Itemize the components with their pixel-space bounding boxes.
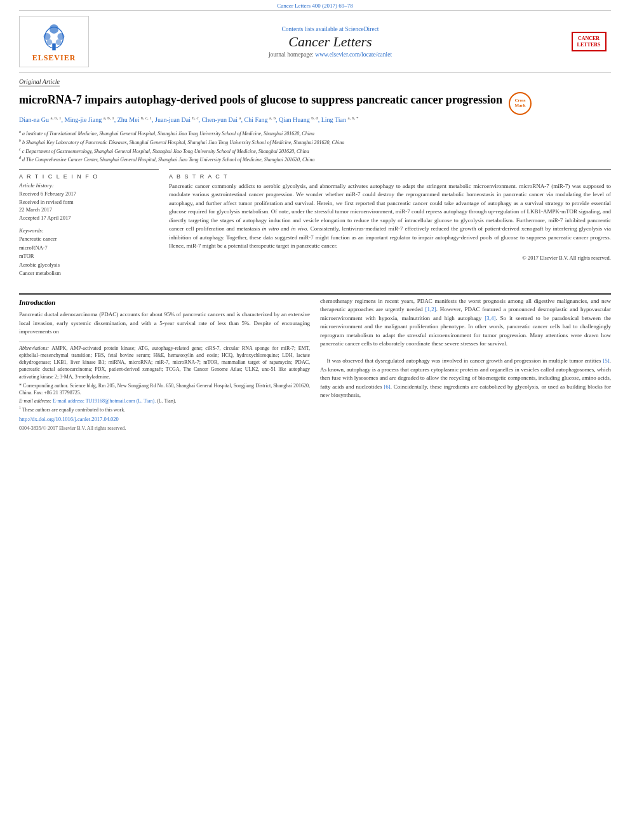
sciencedirect-link-text[interactable]: ScienceDirect	[345, 26, 379, 32]
crossmark-badge: CrossMark	[509, 92, 532, 115]
sciencedirect-link[interactable]: Contents lists available at ScienceDirec…	[94, 26, 566, 32]
email-address[interactable]: E-mail address: E-mail address: TlJ19168…	[19, 397, 310, 404]
article-body: Original Article microRNA-7 impairs auto…	[19, 73, 611, 288]
svg-point-6	[56, 39, 62, 45]
footnotes: Abbreviations: AMPK, AMP-activated prote…	[19, 342, 310, 432]
affil-d: d d The Comprehensive Cancer Center, Sha…	[19, 155, 611, 164]
crossmark-circle: CrossMark	[509, 92, 532, 115]
intro-right-text-2: It was observed that dysregulated autoph…	[320, 357, 611, 400]
section-divider	[19, 293, 611, 295]
intro-heading: Introduction	[19, 297, 310, 308]
issn-notice: 0304-3835/© 2017 Elsevier B.V. All right…	[19, 425, 310, 432]
ref-5: [5]	[603, 357, 610, 364]
info-abstract-section: A R T I C L E I N F O Article history: R…	[19, 169, 611, 283]
affiliations: a a Institute of Translational Medicine,…	[19, 129, 611, 164]
cl-logo-line1: CANCER	[575, 36, 603, 42]
accepted-date: Accepted 17 April 2017	[19, 214, 159, 222]
keyword-1: Pancreatic cancer	[19, 235, 159, 244]
ref-6: [6]	[384, 383, 391, 390]
elsevier-tree-icon	[35, 20, 73, 52]
intro-left-col: Introduction Pancreatic ductal adenocarc…	[19, 297, 310, 432]
keyword-2: microRNA-7	[19, 244, 159, 253]
svg-point-3	[44, 33, 51, 40]
article-title: microRNA-7 impairs autophagy-derived poo…	[19, 93, 502, 107]
received-date: Received 6 February 2017	[19, 190, 159, 198]
cl-logo-box: CANCER LETTERS	[572, 32, 607, 51]
journal-center: Contents lists available at ScienceDirec…	[94, 26, 566, 58]
cancer-letters-logo: CANCER LETTERS	[566, 32, 611, 51]
svg-point-5	[46, 39, 52, 45]
elsevier-label: ELSEVIER	[32, 53, 76, 63]
intro-right-col: chemotherapy regimens in recent years, P…	[320, 297, 611, 432]
doi-link[interactable]: http://dx.doi.org/10.1016/j.canlet.2017.…	[19, 416, 310, 423]
ref-3-4: [3,4]	[485, 315, 495, 321]
elsevier-logo: ELSEVIER	[19, 16, 89, 67]
article-info-col: A R T I C L E I N F O Article history: R…	[19, 169, 159, 283]
cl-logo-line2: LETTERS	[575, 42, 603, 48]
keyword-5: Cancer metabolism	[19, 269, 159, 278]
keyword-4: Aerobic glycolysis	[19, 261, 159, 270]
journal-title: Cancer Letters	[94, 34, 566, 50]
affil-a: a a Institute of Translational Medicine,…	[19, 129, 611, 138]
homepage-link[interactable]: www.elsevier.com/locate/canlet	[315, 51, 392, 58]
intro-right-text: chemotherapy regimens in recent years, P…	[320, 297, 611, 349]
article-info-heading: A R T I C L E I N F O	[19, 173, 159, 180]
abstract-col: A B S T R A C T Pancreatic cancer common…	[169, 169, 611, 283]
revised-date: 22 March 2017	[19, 206, 159, 214]
ref-1-2: [1,2]	[426, 306, 436, 312]
abstract-heading: A B S T R A C T	[169, 173, 611, 180]
authors-line: Dian-na Gu a, b, 1, Ming-jie Jiang a, b,…	[19, 115, 611, 125]
corresponding-author: * Corresponding author. Science bldg, Rm…	[19, 382, 310, 396]
journal-homepage: journal homepage: www.elsevier.com/locat…	[94, 51, 566, 58]
article-history-block: Article history: Received 6 February 201…	[19, 182, 159, 222]
keywords-list: Pancreatic cancer microRNA-7 mTOR Aerobi…	[19, 235, 159, 278]
svg-rect-0	[52, 43, 55, 50]
abbreviations-text: Abbreviations: AMPK, AMP-activated prote…	[19, 345, 310, 380]
authors-text: Dian-na Gu a, b, 1, Ming-jie Jiang a, b,…	[19, 116, 359, 123]
copyright: © 2017 Elsevier B.V. All rights reserved…	[169, 255, 611, 261]
intro-left-text: Pancreatic ductal adenocarcinoma (PDAC) …	[19, 310, 310, 337]
introduction-section: Introduction Pancreatic ductal adenocarc…	[19, 297, 611, 432]
sciencedirect-label: Contents lists available at	[281, 26, 343, 32]
keywords-label: Keywords:	[19, 227, 159, 234]
keywords-block: Keywords: Pancreatic cancer microRNA-7 m…	[19, 227, 159, 278]
svg-point-2	[50, 24, 59, 34]
crossmark-icon: CrossMark	[514, 98, 525, 108]
equal-contrib-note: 1 These authors are equally contributed …	[19, 406, 310, 413]
svg-point-4	[57, 33, 64, 40]
homepage-label: journal homepage:	[269, 51, 314, 58]
affil-b: b b Shanghai Key Laboratory of Pancreati…	[19, 138, 611, 147]
received-revised-label: Received in revised form	[19, 198, 159, 206]
journal-reference-bar: Cancer Letters 400 (2017) 69–78	[0, 0, 630, 10]
affil-c: c c Department of Gastroenterology, Shan…	[19, 147, 611, 156]
page-wrapper: Cancer Letters 400 (2017) 69–78 ELSEVIER…	[0, 0, 630, 840]
abstract-text: Pancreatic cancer commonly addicts to ae…	[169, 182, 611, 251]
journal-reference: Cancer Letters 400 (2017) 69–78	[277, 3, 352, 9]
journal-header: ELSEVIER Contents lists available at Sci…	[19, 10, 611, 73]
history-label: Article history:	[19, 182, 159, 189]
keyword-3: mTOR	[19, 252, 159, 261]
article-type: Original Article	[19, 78, 60, 86]
title-row: microRNA-7 impairs autophagy-derived poo…	[19, 89, 611, 115]
